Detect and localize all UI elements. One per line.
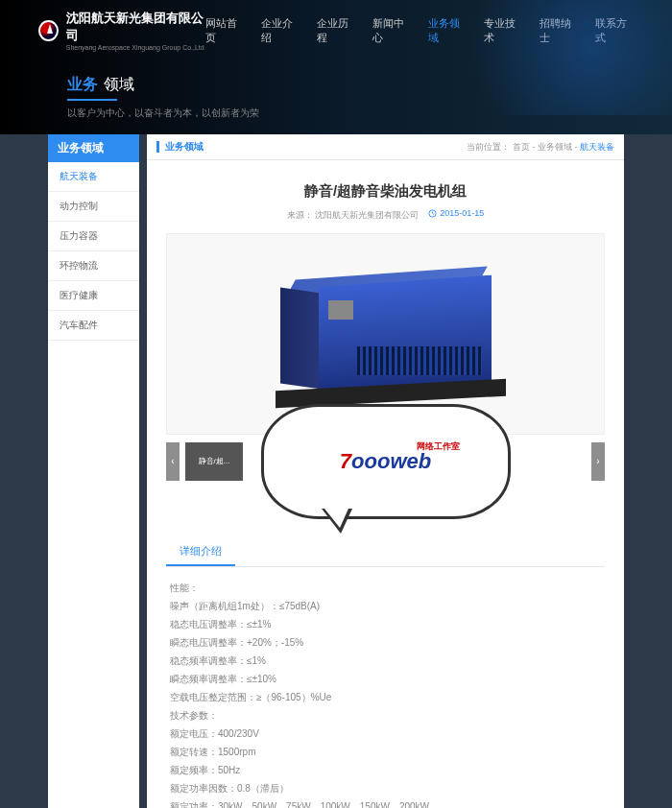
sidebar: 业务领域 航天装备动力控制压力容器环控物流医疗健康汽车配件 (48, 134, 139, 808)
detail-tab: 详细介绍 (166, 538, 605, 567)
nav-item[interactable]: 联系方式 (595, 16, 634, 45)
nav-item[interactable]: 招聘纳士 (540, 16, 578, 45)
article-title: 静音/超静音柴油发电机组 (166, 182, 605, 201)
crumb-marker (156, 141, 159, 153)
article-meta: 来源： 沈阳航天新光集团有限公司 2015-01-15 (166, 208, 605, 222)
spec-line: 额定频率：50Hz (170, 761, 601, 779)
spec-line: 额定功率因数：0.8（滞后） (170, 779, 601, 797)
clock-icon (428, 209, 437, 218)
generator-illustration (261, 262, 511, 406)
company-name-en: Shenyang Aerospace Xinguang Group Co.,Lt… (66, 44, 205, 51)
spec-line: 性能： (170, 579, 601, 597)
header: 沈阳航天新光集团有限公司 Shenyang Aerospace Xinguang… (0, 0, 672, 134)
topbar: 沈阳航天新光集团有限公司 Shenyang Aerospace Xinguang… (0, 0, 672, 60)
spec-line: 稳态频率调整率：≤1% (170, 652, 601, 670)
crumb-position: 当前位置： 首页 - 业务领域 - 航天装备 (467, 141, 614, 154)
spec-line: 技术参数： (170, 706, 601, 725)
banner: 业务领域 以客户为中心，以奋斗者为本，以创新者为荣 (0, 60, 672, 134)
logo-icon (38, 20, 59, 41)
sidebar-item[interactable]: 汽车配件 (48, 311, 139, 341)
nav-item[interactable]: 专业技术 (484, 16, 522, 45)
company-name: 沈阳航天新光集团有限公司 (66, 11, 204, 42)
banner-desc: 以客户为中心，以奋斗者为本，以创新者为荣 (67, 107, 605, 120)
nav-item[interactable]: 企业历程 (317, 16, 355, 45)
sidebar-head: 业务领域 (48, 134, 139, 162)
crumb-cat[interactable]: 业务领域 (538, 142, 572, 152)
spec-line: 额定电压：400/230V (170, 725, 601, 743)
nav-item[interactable]: 企业介绍 (261, 16, 300, 45)
spec-line: 瞬态频率调整率：≤±10% (170, 670, 601, 688)
nav-item[interactable]: 网站首页 (205, 16, 244, 45)
specs: 性能：噪声（距离机组1m处）：≤75dB(A)稳态电压调整率：≤±1%瞬态电压调… (166, 567, 605, 809)
sidebar-item[interactable]: 压力容器 (48, 222, 139, 251)
thumb-prev-button[interactable]: ‹ (166, 442, 180, 481)
article: 静音/超静音柴油发电机组 来源： 沈阳航天新光集团有限公司 2015-01-15 (147, 160, 624, 808)
spec-line: 噪声（距离机组1m处）：≤75dB(A) (170, 597, 601, 615)
spec-line: 空载电压整定范围：≥（96-105）%Ue (170, 688, 601, 706)
sidebar-item[interactable]: 环控物流 (48, 251, 139, 281)
crumb-home[interactable]: 首页 (513, 142, 530, 152)
crumb-section: 业务领域 (165, 140, 204, 154)
nav-item[interactable]: 新闻中心 (372, 16, 411, 45)
banner-underline (67, 99, 117, 101)
page: 业务领域 航天装备动力控制压力容器环控物流医疗健康汽车配件 业务领域 当前位置：… (48, 134, 624, 808)
spec-line: 瞬态电压调整率：+20%；-15% (170, 633, 601, 652)
thumb-next-button[interactable]: › (591, 442, 605, 481)
spec-line: 额定转速：1500rpm (170, 743, 601, 761)
crumb-current: 航天装备 (580, 142, 614, 152)
breadcrumb: 业务领域 当前位置： 首页 - 业务领域 - 航天装备 (147, 134, 624, 160)
banner-title-1: 业务 (67, 75, 98, 95)
article-date: 2015-01-15 (428, 208, 484, 218)
banner-title-2: 领域 (104, 75, 134, 95)
spec-line: 稳态电压调整率：≤±1% (170, 615, 601, 633)
product-image[interactable] (166, 233, 605, 435)
main-content: 业务领域 当前位置： 首页 - 业务领域 - 航天装备 静音/超静音柴油发电机组… (147, 134, 624, 808)
sidebar-item[interactable]: 动力控制 (48, 192, 139, 222)
thumbnail-bar: ‹ 静音/超... › 77oooweboooweb 网络工作室 (166, 442, 605, 481)
main-nav: 网站首页企业介绍企业历程新闻中心业务领域专业技术招聘纳士联系方式 (205, 16, 634, 45)
sidebar-item[interactable]: 航天装备 (48, 162, 139, 192)
spec-line: 额定功率：30kW、50kW、75kW、100kW、150kW、200kW。 (170, 797, 601, 809)
article-source: 沈阳航天新光集团有限公司 (315, 210, 419, 220)
thumbnail[interactable]: 静音/超... (185, 442, 243, 481)
sidebar-item[interactable]: 医疗健康 (48, 281, 139, 311)
tab-detail[interactable]: 详细介绍 (166, 538, 235, 566)
logo[interactable]: 沈阳航天新光集团有限公司 Shenyang Aerospace Xinguang… (38, 10, 205, 51)
nav-item[interactable]: 业务领域 (428, 16, 467, 45)
